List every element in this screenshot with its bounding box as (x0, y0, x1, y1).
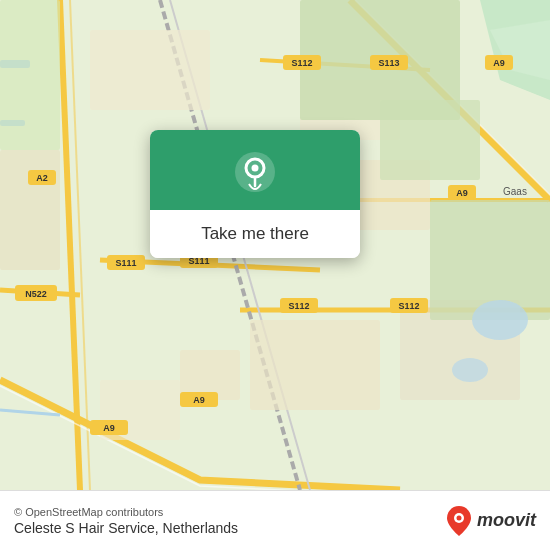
popup-green-section (150, 130, 360, 210)
moovit-brand-text: moovit (477, 510, 536, 531)
location-name: Celeste S Hair Service, Netherlands (14, 520, 238, 536)
moovit-logo: moovit (445, 504, 536, 538)
svg-rect-14 (0, 0, 60, 150)
svg-text:A9: A9 (456, 188, 468, 198)
svg-rect-12 (380, 100, 480, 180)
svg-text:A9: A9 (193, 395, 205, 405)
svg-text:N522: N522 (25, 289, 47, 299)
svg-text:S112: S112 (398, 301, 419, 311)
svg-text:A2: A2 (36, 173, 48, 183)
map-container[interactable]: N522 S111 A9 A9 S112 S113 A9 A9 S112 S11… (0, 0, 550, 490)
bottom-bar: © OpenStreetMap contributors Celeste S H… (0, 490, 550, 550)
bottom-left-info: © OpenStreetMap contributors Celeste S H… (14, 506, 238, 536)
svg-point-44 (252, 165, 259, 172)
svg-text:Gaas: Gaas (503, 186, 527, 197)
copyright-text: © OpenStreetMap contributors (14, 506, 238, 518)
take-me-there-button[interactable]: Take me there (150, 210, 360, 258)
svg-text:S111: S111 (115, 258, 136, 268)
svg-text:S112: S112 (291, 58, 312, 68)
svg-text:S113: S113 (378, 58, 399, 68)
location-pin-icon (233, 150, 277, 194)
svg-rect-7 (250, 320, 380, 410)
svg-rect-3 (90, 30, 210, 110)
svg-text:S112: S112 (288, 301, 309, 311)
popup-card: Take me there (150, 130, 360, 258)
svg-point-41 (452, 358, 488, 382)
moovit-pin-icon (445, 504, 473, 538)
svg-point-46 (456, 515, 461, 520)
svg-rect-4 (0, 150, 60, 270)
svg-text:A9: A9 (103, 423, 115, 433)
svg-text:A9: A9 (493, 58, 505, 68)
svg-point-40 (472, 300, 528, 340)
